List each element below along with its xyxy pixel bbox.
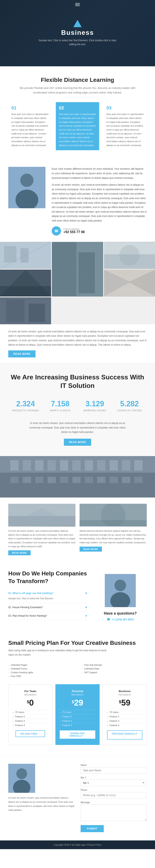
team-feat-4: Feature 4 — [12, 723, 48, 727]
stat-coffee-label: COURS OF COFFEE — [114, 409, 145, 412]
pricing-period-personal: PER MONTH — [60, 694, 95, 696]
pricing-feat-6: Unlimited Data — [82, 667, 147, 671]
person-text-1: Each color evokes different emotions for… — [52, 167, 147, 180]
pricing-feat-4: Free CND — [8, 674, 73, 678]
chevron-down-icon-2: ▼ — [85, 606, 88, 609]
gallery-item-1 — [0, 242, 51, 269]
fld-col-1-num: 01 — [11, 105, 48, 111]
gallery-read-more-button[interactable]: Read More — [8, 350, 36, 358]
person-text: Each color evokes different emotions for… — [52, 167, 147, 236]
stat-coffee: 5.282 COURS OF COFFEE — [112, 396, 147, 415]
team-feat-1: 75 Users — [12, 710, 48, 714]
fld-col-3-text: Duis aute irure dolor in reprehenderit i… — [107, 112, 144, 147]
svg-rect-31 — [72, 460, 81, 471]
article-card-2: Article element element element replace … — [80, 504, 147, 555]
logo-triangle — [73, 20, 82, 27]
svg-rect-41 — [60, 477, 68, 483]
fld-col-3: 03 Duis aute irure dolor in reprehenderi… — [103, 102, 147, 150]
contact-right: Name Apr 1 Apr 1Apr 2Apr 3 Phone Message… — [81, 764, 147, 832]
svg-rect-33 — [97, 460, 105, 471]
pricing-tier-team: For Team — [12, 690, 48, 693]
pricing-price-business: $59 — [107, 699, 143, 707]
article-paragraph-2: Article element element element replace … — [80, 529, 147, 545]
gallery-text: Ut enim ad minim veniam, quis nostrud ex… — [0, 324, 155, 363]
person-image — [8, 167, 45, 208]
svg-rect-30 — [60, 460, 68, 471]
pricing-subtitle: Start using static.app as a hosting for … — [8, 648, 112, 657]
gallery-item-5 — [104, 270, 155, 297]
hamburger-menu[interactable] — [75, 3, 80, 6]
dollar-sign-team: $ — [27, 700, 29, 704]
stat-coffee-number: 5.282 — [114, 400, 145, 408]
hero-section: Business Sample text. Click to select th… — [0, 0, 155, 66]
fld-col-2-num: 02 — [59, 105, 96, 111]
stat-clients-label: HAPPY CLIENTS — [45, 409, 76, 412]
svg-rect-42 — [72, 477, 81, 483]
date-select[interactable]: Apr 1Apr 2Apr 3 — [81, 779, 147, 786]
phone-icon: ☎ — [52, 226, 61, 236]
svg-point-55 — [115, 580, 126, 591]
stats-read-more-button[interactable]: Read More — [64, 439, 91, 446]
contact-section: Ut enim ad minim veniam, quis nostrud ex… — [0, 755, 155, 840]
message-label: Message — [81, 801, 147, 804]
personal-feat-2: Feature 2 — [60, 714, 95, 719]
svg-rect-38 — [23, 477, 31, 483]
hero-logo: Business — [61, 20, 94, 36]
personal-feat-3: Feature 3 — [60, 719, 95, 723]
faq-question-1[interactable]: 01. What is off page seo link building? … — [8, 592, 88, 595]
gallery-paragraph: Ut enim ad minim veniam, quis nostrud ex… — [8, 330, 147, 347]
pricing-business-button[interactable]: Proceed Annually → — [107, 731, 143, 740]
pricing-team-button[interactable]: Upload Free → — [15, 731, 45, 737]
svg-rect-45 — [110, 477, 118, 483]
svg-rect-47 — [134, 477, 143, 483]
pricing-personal-button[interactable]: Download Annually → — [60, 731, 95, 739]
message-textarea[interactable] — [81, 804, 147, 821]
faq-question-2[interactable]: 02. House Penning Essentials? ▼ — [8, 606, 88, 609]
faq-left: How Do We Help Companies To Transform? 0… — [8, 570, 88, 621]
form-group-name: Name — [81, 764, 147, 774]
business-feat-3: Feature 3 — [107, 719, 143, 723]
svg-rect-6 — [4, 246, 16, 262]
copyright-text: Copyright 2019 © by Static.app | Privacy… — [8, 843, 147, 846]
article-1-read-more[interactable]: Read More — [8, 550, 31, 555]
faq-section: How Do We Help Companies To Transform? 0… — [0, 561, 155, 629]
svg-rect-17 — [0, 286, 51, 296]
article-text-2: Article element element element replace … — [80, 529, 147, 552]
faq-person-image — [105, 574, 136, 607]
team-feat-2: Feature 2 — [12, 714, 48, 719]
business-feat-2: Feature 2 — [107, 714, 143, 719]
hero-tagline: Sample text. Click to select the Text El… — [36, 38, 119, 46]
fld-columns: 01 Duis aute irure dolor in reprehenderi… — [8, 102, 147, 150]
pricing-price-team: $0 — [12, 699, 48, 707]
faq-right: Have a questions? ☎ +1 (234) 567-8910 — [94, 570, 147, 621]
svg-rect-39 — [35, 477, 43, 483]
call-box: ☎ Call Us Anytime +92 555 77 88 — [52, 226, 147, 236]
svg-rect-9 — [52, 242, 76, 296]
svg-rect-53 — [80, 520, 147, 526]
name-label: Name — [81, 764, 147, 766]
svg-rect-7 — [21, 248, 29, 262]
pricing-feat-5: Free Sub-Domain — [82, 663, 147, 667]
stats-section: We Are Increasing Business Success With … — [0, 363, 155, 456]
fld-col-1-text: Duis aute irure dolor in reprehenderit i… — [11, 112, 48, 147]
pricing-features-left: Unlimited Pages Unlimited Forms Custom H… — [8, 663, 73, 678]
article-2-read-more[interactable]: Read More — [80, 547, 102, 552]
svg-rect-25 — [0, 473, 155, 497]
article-card-1: Ut enim ad minim veniam, quis nostrud ex… — [8, 504, 75, 555]
submit-button[interactable]: SUBMIT — [81, 825, 104, 832]
phone-icon-faq: ☎ — [107, 618, 110, 621]
stat-projects-number: 2.324 — [10, 400, 41, 408]
pricing-feat-2: Unlimited Forms — [8, 667, 73, 671]
gallery-section: Ut enim ad minim veniam, quis nostrud ex… — [0, 242, 155, 363]
pricing-cards: For Team PER MONTH $0 75 Users Feature 2… — [8, 684, 147, 745]
phone-input[interactable] — [81, 792, 147, 799]
faq-question-3[interactable]: 03. Plan Ahead for Home Painting? ▼ — [8, 614, 88, 618]
stat-hours-label: WORKING HOURS — [80, 409, 110, 412]
personal-feat-1: 75 Users — [60, 710, 95, 714]
pricing-feat-1: Unlimited Pages — [8, 663, 73, 667]
name-input[interactable] — [81, 767, 147, 774]
gallery-item-4 — [0, 270, 51, 297]
svg-rect-14 — [104, 254, 155, 269]
pricing-features-row: Unlimited Pages Unlimited Forms Custom H… — [8, 663, 147, 678]
fld-subtitle: We provide Flexible and 24/7 online lear… — [20, 86, 135, 95]
